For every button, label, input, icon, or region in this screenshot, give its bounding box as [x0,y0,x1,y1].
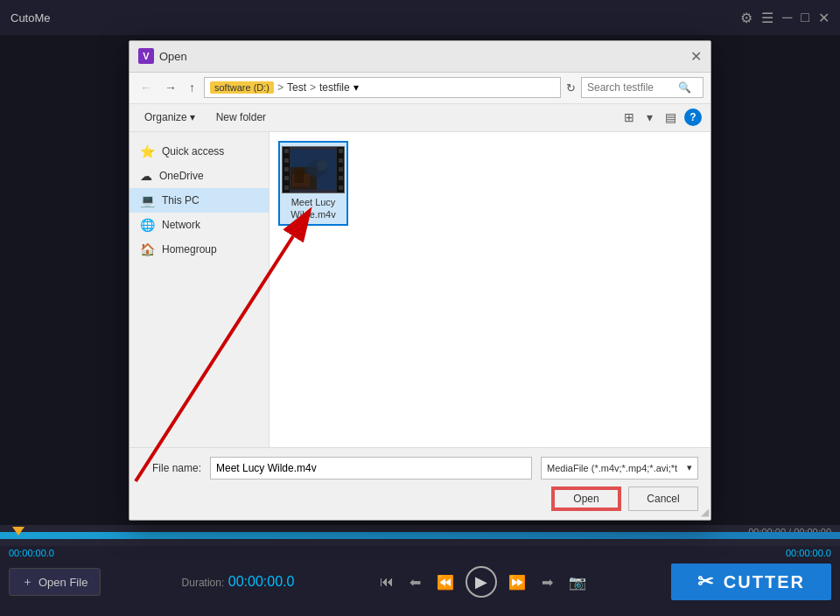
dialog-overlay: V Open ✕ ← → ↑ software (D:) > Test > te… [0,35,840,525]
timeline-bar: 00:00:00 / 00:00:00 [0,525,840,546]
file-name: Meet LucyWilde.m4v [290,196,335,221]
open-file-label: Open File [38,576,88,589]
timeline-timestamps: 00:00:00.0 00:00:00.0 [0,546,840,558]
maximize-icon[interactable]: □ [801,10,809,25]
app-title: CutoMe [10,11,51,24]
file-dialog: V Open ✕ ← → ↑ software (D:) > Test > te… [129,40,711,521]
skip-back-button[interactable]: ⏪ [432,572,458,592]
dialog-title-left: V Open [138,48,187,64]
sidebar-item-onedrive[interactable]: ☁ OneDrive [130,164,269,188]
path-dropdown-button[interactable]: ▾ [354,81,359,94]
resize-grip[interactable]: ◢ [701,506,709,518]
menu-icon[interactable]: ☰ [761,10,774,26]
filename-input[interactable] [210,457,532,480]
cutter-label: CUTTER [724,572,805,592]
skip-forward-button[interactable]: ⏩ [504,572,530,592]
path-seg3: testfile [319,81,350,94]
app-title-group: CutoMe [10,11,51,24]
sidebar-item-label: OneDrive [159,170,204,182]
new-folder-button[interactable]: New folder [210,108,272,127]
sidebar-item-network[interactable]: 🌐 Network [130,213,269,237]
path-seg2: Test [287,81,306,94]
path-sep1: > [277,81,284,94]
sidebar-item-label: Quick access [162,145,224,158]
organize-button[interactable]: Organize ▾ [138,108,201,127]
view-large-icons-button[interactable]: ⊞ [620,108,639,126]
timeline-fill [0,532,840,539]
titlebar-controls: ⚙ ☰ ─ □ ✕ [740,10,830,26]
sidebar-item-this-pc[interactable]: 💻 This PC [130,188,269,213]
frame-back-button[interactable]: ⬅ [405,572,425,592]
quick-access-icon: ⭐ [140,144,155,158]
cancel-button[interactable]: Cancel [628,486,698,511]
dialog-app-icon: V [138,48,154,64]
nav-back-button[interactable]: ← [136,79,156,96]
sidebar-item-label: Homegroup [162,243,217,256]
organize-dropdown-icon: ▾ [190,111,195,123]
address-path: software (D:) > Test > testfile ▾ [204,77,561,98]
help-button[interactable]: ? [684,108,702,126]
sidebar-item-label: Network [162,219,200,231]
sidebar-item-label: This PC [162,194,200,206]
frame-forward-button[interactable]: ➡ [537,572,557,592]
dialog-title: Open [159,50,187,63]
duration-display: Duration: 00:00:00.0 [182,574,295,590]
gear-icon[interactable]: ⚙ [740,10,752,26]
footer-actions: Open Cancel [142,486,698,511]
view-details-button[interactable]: ▤ [661,108,681,126]
play-button[interactable]: ▶ [466,566,497,598]
this-pc-icon: 💻 [140,193,155,207]
nav-forward-button[interactable]: → [161,79,180,96]
path-sep2: > [310,81,316,94]
scissors-icon: ✂ [697,570,715,593]
view-dropdown-button[interactable]: ▾ [642,108,657,126]
dialog-toolbar: Organize ▾ New folder ⊞ ▾ ▤ ? [130,104,710,132]
plus-icon: ＋ [22,574,33,590]
dialog-sidebar: ⭐ Quick access ☁ OneDrive 💻 This PC 🌐 Ne… [130,132,270,447]
onedrive-icon: ☁ [140,169,152,183]
cutter-button[interactable]: ✂ CUTTER [671,564,831,600]
close-icon[interactable]: ✕ [818,10,830,26]
svg-point-5 [317,160,327,171]
dialog-body: ⭐ Quick access ☁ OneDrive 💻 This PC 🌐 Ne… [130,132,710,447]
step-back-button[interactable]: ⏮ [375,572,398,592]
nav-up-button[interactable]: ↑ [186,79,199,96]
app-bottom-bar: 00:00:00 / 00:00:00 00:00:00.0 00:00:00.… [0,525,840,616]
dialog-addressbar: ← → ↑ software (D:) > Test > testfile ▾ … [130,73,710,104]
dialog-close-button[interactable]: ✕ [690,48,702,65]
playback-row: ＋ Open File Duration: 00:00:00.0 ⏮ ⬅ ⏪ ▶… [0,558,840,600]
filetype-dropdown[interactable]: MediaFile (*.m4v;*.mp4;*.avi;*t ▾ [541,457,698,480]
sidebar-item-homegroup[interactable]: 🏠 Homegroup [130,237,269,262]
homegroup-icon: 🏠 [140,242,155,256]
start-timestamp: 00:00:00.0 [9,548,54,558]
filename-row: File name: MediaFile (*.m4v;*.mp4;*.avi;… [142,457,698,480]
file-listing: Meet LucyWilde.m4v [270,132,710,447]
view-buttons: ⊞ ▾ ▤ ? [620,108,702,126]
end-timestamp: 00:00:00.0 [786,548,831,558]
film-strip-left [283,147,290,192]
thumb-image [290,150,336,190]
sidebar-item-quick-access[interactable]: ⭐ Quick access [130,139,269,164]
app-titlebar: CutoMe ⚙ ☰ ─ □ ✕ [0,0,840,35]
dialog-titlebar: V Open ✕ [130,41,710,73]
duration-value: 00:00:00.0 [228,574,295,589]
filetype-dropdown-icon: ▾ [687,462,692,473]
search-input[interactable] [587,81,675,94]
film-strip-right [337,147,344,192]
open-file-button[interactable]: ＋ Open File [9,568,101,596]
dialog-footer: File name: MediaFile (*.m4v;*.mp4;*.avi;… [130,447,710,520]
main-content: V Open ✕ ← → ↑ software (D:) > Test > te… [0,35,840,525]
minimize-icon[interactable]: ─ [782,10,792,25]
search-box[interactable]: 🔍 [581,77,704,98]
file-thumbnail [282,146,345,193]
refresh-button[interactable]: ↻ [566,81,576,94]
svg-rect-4 [295,169,304,183]
file-item-meet-lucy-wilde[interactable]: Meet LucyWilde.m4v [278,141,348,227]
organize-label: Organize [144,111,187,123]
filename-label: File name: [142,462,201,474]
timeline-track[interactable] [0,532,840,539]
screenshot-button[interactable]: 📷 [564,572,591,592]
timeline-thumb[interactable] [12,527,24,536]
open-button[interactable]: Open [551,486,621,511]
playback-controls: ⏮ ⬅ ⏪ ▶ ⏩ ➡ 📷 [375,566,591,598]
